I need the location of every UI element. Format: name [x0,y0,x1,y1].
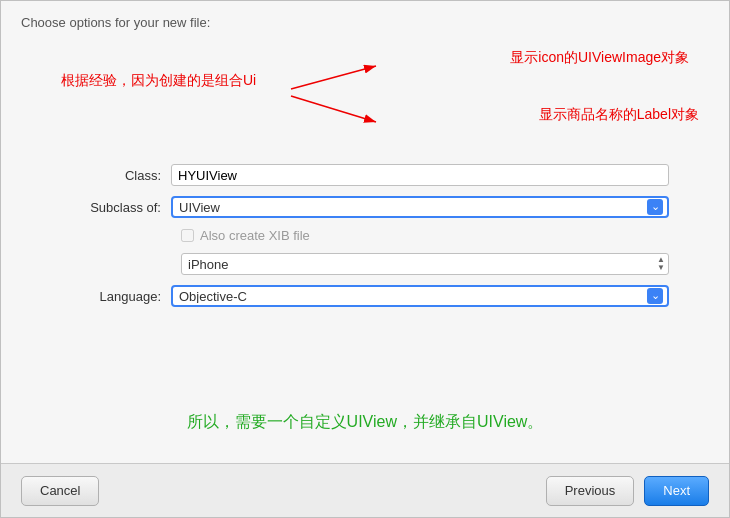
iphone-select-wrapper: iPhone iPad Universal ▲ ▼ [181,253,669,275]
subclass-select[interactable]: UIView UIViewController UITableViewCell [171,196,669,218]
language-select[interactable]: Objective-C Swift [171,285,669,307]
summary-text: 所以，需要一个自定义UIView，并继承自UIView。 [1,412,729,433]
language-row: Language: Objective-C Swift [61,285,669,307]
dialog: Choose options for your new file: [0,0,730,518]
subclass-row: Subclass of: UIView UIViewController UIT… [61,196,669,218]
iphone-select[interactable]: iPhone iPad Universal [181,253,669,275]
language-label: Language: [61,289,171,304]
dialog-header: Choose options for your new file: [1,1,729,34]
previous-button[interactable]: Previous [546,476,635,506]
subclass-select-wrapper: UIView UIViewController UITableViewCell [171,196,669,218]
form-area: Class: Subclass of: UIView UIViewControl… [1,164,729,317]
annotation-right-top: 显示icon的UIViewImage对象 [510,49,689,67]
header-label: Choose options for your new file: [21,15,210,30]
footer-right: Previous Next [546,476,709,506]
arrows-svg [21,44,709,174]
cancel-button[interactable]: Cancel [21,476,99,506]
annotation-area: 根据经验，因为创建的是组合Ui 显示icon的UIViewImage对象 显示商… [21,44,709,174]
next-button[interactable]: Next [644,476,709,506]
class-input[interactable] [171,164,669,186]
iphone-row: iPhone iPad Universal ▲ ▼ [61,253,669,275]
svg-line-3 [291,96,376,122]
xib-label: Also create XIB file [200,228,310,243]
annotation-left: 根据经验，因为创建的是组合Ui [61,72,256,90]
content-area: 根据经验，因为创建的是组合Ui 显示icon的UIViewImage对象 显示商… [1,34,729,463]
language-select-wrapper: Objective-C Swift [171,285,669,307]
footer: Cancel Previous Next [1,463,729,517]
svg-line-2 [291,66,376,89]
xib-checkbox-row: Also create XIB file [61,228,669,243]
class-label: Class: [61,168,171,183]
subclass-label: Subclass of: [61,200,171,215]
class-row: Class: [61,164,669,186]
xib-checkbox[interactable] [181,229,194,242]
annotation-right-bottom: 显示商品名称的Label对象 [539,106,699,124]
